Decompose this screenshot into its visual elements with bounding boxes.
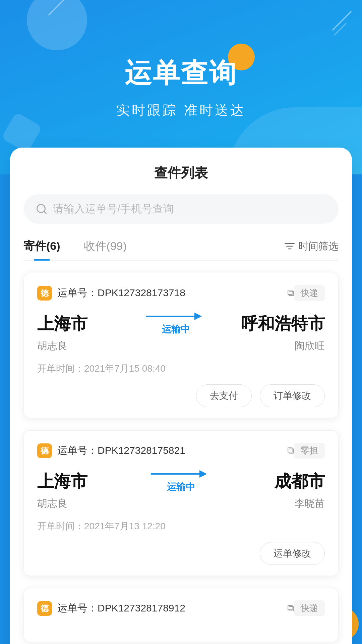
order-num-3: 运单号：DPK127328178912 bbox=[57, 601, 283, 615]
to-person-2: 李晓苗 bbox=[295, 497, 325, 511]
copy-icon-3[interactable]: ⧉ bbox=[287, 603, 294, 614]
order-card-3: 德 运单号：DPK127328178912 ⧉ 快递 bbox=[23, 588, 339, 642]
deco-shape-bl bbox=[1, 112, 43, 153]
order-tag-3: 快递 bbox=[294, 600, 325, 616]
from-city-2: 上海市 bbox=[37, 470, 111, 493]
order-time-1: 开单时间：2021年7月15 08:40 bbox=[37, 362, 325, 375]
order-num-1: 运单号：DPK127328173718 bbox=[57, 286, 283, 300]
from-person-2: 胡志良 bbox=[37, 497, 67, 511]
filter-icon bbox=[284, 241, 295, 251]
order-card-1: 德 运单号：DPK127328173718 ⧉ 快递 上海市 运输中 呼和浩特市… bbox=[23, 273, 339, 418]
copy-icon-1[interactable]: ⧉ bbox=[287, 287, 294, 299]
order-card-2: 德 运单号：DPK127328175821 ⧉ 零担 上海市 运输中 成都市 胡… bbox=[23, 430, 339, 576]
route-names-1: 胡志良 陶欣旺 bbox=[37, 339, 325, 353]
from-city-1: 上海市 bbox=[37, 313, 111, 335]
btn-modify-2[interactable]: 运单修改 bbox=[260, 542, 325, 565]
order-header-3: 德 运单号：DPK127328178912 ⧉ 快递 bbox=[37, 600, 325, 616]
route-arrow-1 bbox=[146, 312, 206, 321]
svg-line-1 bbox=[44, 211, 46, 214]
order-tag-1: 快递 bbox=[294, 285, 325, 301]
deco-circle-tl bbox=[27, 0, 87, 50]
search-input-placeholder: 请输入运单号/手机号查询 bbox=[53, 202, 174, 216]
deco-line-tr2 bbox=[334, 23, 347, 36]
card-container: 查件列表 请输入运单号/手机号查询 寄件(6) 收件(99) 时间筛选 德 运单… bbox=[10, 148, 352, 644]
to-person-1: 陶欣旺 bbox=[295, 339, 325, 353]
to-city-1: 呼和浩特市 bbox=[241, 313, 325, 335]
order-actions-1: 去支付 订单修改 bbox=[37, 384, 325, 407]
tab-receiver[interactable]: 收件(99) bbox=[84, 238, 127, 260]
route-names-2: 胡志良 李晓苗 bbox=[37, 497, 325, 511]
copy-icon-2[interactable]: ⧉ bbox=[287, 445, 294, 456]
order-brand-icon-1: 德 bbox=[37, 286, 52, 301]
tab-filter[interactable]: 时间筛选 bbox=[284, 239, 339, 259]
list-title: 查件列表 bbox=[23, 164, 339, 182]
search-icon bbox=[36, 203, 48, 215]
order-header-2: 德 运单号：DPK127328175821 ⧉ 零担 bbox=[37, 443, 325, 459]
search-bar[interactable]: 请输入运单号/手机号查询 bbox=[23, 194, 339, 224]
hero-subtitle: 实时跟踪 准时送达 bbox=[116, 101, 245, 119]
order-actions-2: 运单修改 bbox=[37, 542, 325, 565]
filter-label: 时间筛选 bbox=[298, 239, 339, 253]
route-arrow-2 bbox=[151, 469, 211, 479]
route-row-1: 上海市 运输中 呼和浩特市 bbox=[37, 312, 325, 336]
tab-sender[interactable]: 寄件(6) bbox=[23, 238, 60, 260]
order-header-1: 德 运单号：DPK127328173718 ⧉ 快递 bbox=[37, 285, 325, 301]
btn-modify-1[interactable]: 订单修改 bbox=[260, 384, 325, 407]
order-brand-icon-3: 德 bbox=[37, 601, 52, 616]
order-tag-2: 零担 bbox=[294, 443, 325, 459]
btn-pay-1[interactable]: 去支付 bbox=[196, 384, 252, 407]
to-city-2: 成都市 bbox=[251, 470, 325, 493]
order-time-2: 开单时间：2021年7月13 12:20 bbox=[37, 520, 325, 533]
route-middle-2: 运输中 bbox=[111, 469, 251, 493]
tabs-row: 寄件(6) 收件(99) 时间筛选 bbox=[23, 238, 339, 261]
route-status-2: 运输中 bbox=[167, 481, 195, 493]
route-row-2: 上海市 运输中 成都市 bbox=[37, 469, 325, 493]
order-num-2: 运单号：DPK127328175821 bbox=[57, 444, 283, 458]
hero-title: 运单查询 bbox=[125, 55, 237, 92]
route-status-1: 运输中 bbox=[162, 323, 190, 336]
from-person-1: 胡志良 bbox=[37, 339, 67, 353]
route-middle-1: 运输中 bbox=[111, 312, 241, 336]
order-brand-icon-2: 德 bbox=[37, 443, 52, 458]
